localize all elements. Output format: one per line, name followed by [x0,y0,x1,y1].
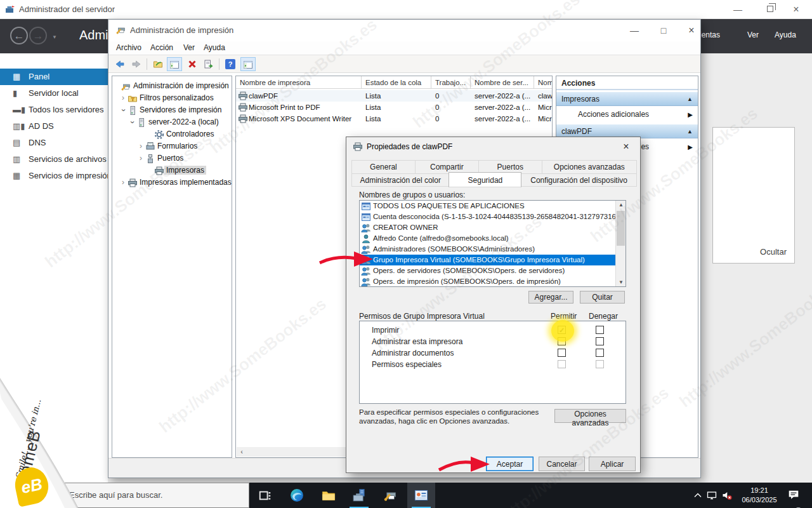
nav-dropdown-icon[interactable]: ▼ [52,34,57,40]
vertical-scrollbar[interactable]: ▲ ▼ [615,201,625,286]
taskbar-search[interactable]: Escribe aquí para buscar. [58,483,249,508]
expand-icon[interactable]: ▶ [688,107,693,123]
scroll-up-icon[interactable]: ▲ [616,202,626,208]
tree-item[interactable]: Controladores [112,128,232,140]
opciones-avanzadas-button[interactable]: Opciones avanzadas [554,409,626,423]
column-header[interactable]: Nombre de impresora [236,76,362,89]
pm-close-button[interactable]: × [681,23,702,38]
tab-opciones-avanzadas[interactable]: Opciones avanzadas [542,160,637,173]
tab-general[interactable]: General [351,160,416,173]
chevron-down-icon[interactable]: › [117,106,129,115]
tree-item[interactable]: ›Puertos [112,152,232,164]
tree-item[interactable]: ›Servidores de impresión [112,104,232,116]
scrollbar-thumb[interactable] [617,211,625,246]
allow-administrar-documentos-checkbox[interactable] [558,349,566,357]
sidebar-item-file-services[interactable]: ▥ Servicios de archivos y de almacenamie… [0,151,108,168]
tab-seguridad[interactable]: Seguridad [449,172,521,187]
tab-puertos[interactable]: Puertos [478,160,542,173]
server-manager-icon[interactable] [345,483,373,508]
column-header[interactable]: Nombre de ser... [471,76,534,89]
group-row[interactable]: Administradores (SOMEBOOKS\Administrador… [360,244,625,255]
group-row[interactable]: Opers. de servidores (SOMEBOOKS\Opers. d… [360,265,625,276]
expand-icon[interactable]: ▶ [688,140,693,155]
tab-configuracion-dispositivo[interactable]: Configuración del dispositivo [521,173,637,187]
sidebar-item-ad-ds[interactable]: ▥▮ AD DS [0,118,108,135]
agregar-button[interactable]: Agregar... [528,291,573,304]
aceptar-button[interactable]: Aceptar [486,457,534,471]
edge-icon[interactable] [283,483,311,508]
pm-minimize-button[interactable]: — [624,23,645,38]
chevron-right-icon[interactable]: › [119,92,128,104]
sm-menu-help[interactable]: Ayuda [775,30,796,39]
help-icon[interactable] [223,57,238,71]
actions-more-impresoras[interactable]: Acciones adicionales ▶ [556,107,698,122]
deny-administrar-documentos-checkbox[interactable] [596,349,604,357]
tree-item[interactable]: ›Formularios [112,140,232,152]
scroll-left-icon[interactable]: ‹ [237,447,247,457]
tab-compartir[interactable]: Compartir [415,160,479,173]
tree-item[interactable]: ›Impresoras implementadas [112,177,232,189]
group-row[interactable]: Opers. de impresión (SOMEBOOKS\Opers. de… [360,276,625,287]
print-management-taskbar-icon[interactable] [377,483,405,508]
network-icon[interactable] [707,490,717,508]
column-header[interactable]: Estado de la cola [362,76,431,89]
menu-archivo[interactable]: Archivo [116,43,141,52]
group-row-selected[interactable]: Grupo Impresora Virtual (SOMEBOOKS\Grupo… [360,255,625,265]
tray-chevron-up-icon[interactable] [693,490,703,508]
chevron-right-icon[interactable]: › [119,177,128,189]
file-explorer-icon[interactable] [315,483,343,508]
notifications-icon[interactable]: 2 [788,489,799,508]
document-app-icon[interactable] [407,483,435,508]
show-action-pane-icon[interactable] [240,57,256,71]
aplicar-button[interactable]: Aplicar [589,457,636,471]
export-list-icon[interactable] [201,57,216,71]
column-header[interactable]: Nomb [534,76,553,89]
tray-clock[interactable]: 19:21 06/03/2025 [736,486,783,505]
forward-icon[interactable]: → [29,27,47,44]
sm-close-button[interactable]: × [787,3,806,17]
tree-item[interactable]: ›server-2022-a (local) [112,116,232,128]
sidebar-item-panel[interactable]: ▦ Panel [0,69,108,85]
printer-row-pdf[interactable]: Microsoft Print to PDF Lista 0 server-20… [236,102,552,113]
hide-button[interactable]: Ocultar [760,247,787,257]
quitar-button[interactable]: Quitar [580,291,625,304]
export-folder-icon[interactable] [150,57,166,71]
collapse-icon[interactable]: ▲ [687,92,693,107]
sidebar-item-all-servers[interactable]: ▬▮ Todos los servidores [0,102,108,118]
chevron-right-icon[interactable]: › [136,152,145,164]
sm-restore-button[interactable] [767,6,773,12]
group-row[interactable]: Cuenta desconocida (S-1-15-3-1024-404483… [360,211,625,222]
scroll-down-icon[interactable]: ▼ [616,279,626,285]
forward-icon[interactable] [129,57,144,71]
chevron-down-icon[interactable]: › [126,118,138,127]
menu-accion[interactable]: Acción [150,43,173,52]
menu-ver[interactable]: Ver [183,43,195,52]
close-icon[interactable]: × [617,140,635,154]
back-icon[interactable] [112,57,128,71]
sidebar-item-dns[interactable]: ▤ DNS [0,135,108,151]
show-console-tree-icon[interactable] [167,57,182,71]
deny-administrar-impresora-checkbox[interactable] [596,337,604,345]
sidebar-item-print-services[interactable]: ▦ Servicios de impresión [0,168,108,184]
task-view-icon[interactable] [251,483,279,508]
sidebar-item-local-server[interactable]: ▮ Servidor local [0,85,108,102]
tree-item[interactable]: Administración de impresión [112,80,232,92]
cancelar-button[interactable]: Cancelar [539,457,585,471]
volume-muted-icon[interactable] [722,490,732,508]
group-row[interactable]: TODOS LOS PAQUETES DE APLICACIONES [360,201,625,211]
pm-maximize-button[interactable]: □ [653,23,674,38]
deny-imprimir-checkbox[interactable] [596,326,604,334]
sm-menu-view[interactable]: Ver [747,30,759,39]
chevron-right-icon[interactable]: › [136,140,145,152]
back-icon[interactable]: ← [10,27,28,44]
printer-row-clawpdf[interactable]: clawPDF Lista 0 server-2022-a (... clawP [236,90,552,102]
delete-icon[interactable] [185,57,200,71]
menu-ayuda[interactable]: Ayuda [204,43,225,52]
group-row[interactable]: Alfredo Conte (alfredo@somebooks.local) [360,233,625,244]
collapse-icon[interactable]: ▲ [687,124,693,139]
tree-item[interactable]: ›Filtros personalizados [112,92,232,104]
tree-item-impresoras[interactable]: Impresoras [112,164,232,177]
sm-minimize-button[interactable]: — [728,3,747,17]
printer-row-xps[interactable]: Microsoft XPS Document Writer Lista 0 se… [236,113,552,124]
group-row[interactable]: CREATOR OWNER [360,222,625,233]
